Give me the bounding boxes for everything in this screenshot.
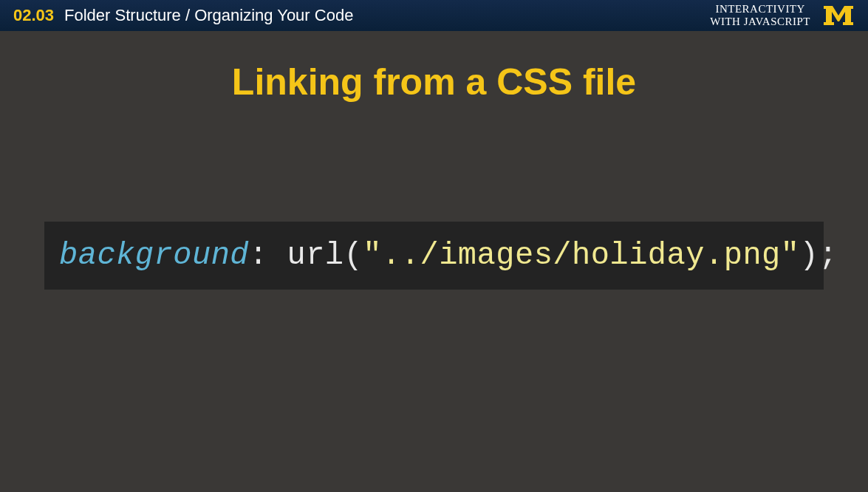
code-string: "../images/holiday.png" <box>363 238 799 273</box>
code-close-paren: ) <box>800 238 819 273</box>
lesson-number: 02.03 <box>13 6 54 25</box>
lesson-title: Folder Structure / Organizing Your Code <box>64 6 353 25</box>
header-bar: 02.03 Folder Structure / Organizing Your… <box>0 0 868 31</box>
code-open-paren: ( <box>344 238 363 273</box>
course-name-line1: INTERACTIVITY <box>710 3 810 16</box>
code-block: background: url("../images/holiday.png")… <box>44 222 824 290</box>
course-name: INTERACTIVITY WITH JAVASCRIPT <box>710 3 810 29</box>
code-semicolon: ; <box>819 238 838 273</box>
header-right: INTERACTIVITY WITH JAVASCRIPT <box>710 3 855 29</box>
course-name-line2: WITH JAVASCRIPT <box>710 16 810 28</box>
michigan-logo-icon <box>822 4 855 27</box>
slide-content: Linking from a CSS file background: url(… <box>0 31 868 312</box>
code-colon: : <box>249 238 287 273</box>
code-property: background <box>59 238 249 273</box>
code-function: url <box>287 238 344 273</box>
slide-title: Linking from a CSS file <box>44 61 824 103</box>
header-left: 02.03 Folder Structure / Organizing Your… <box>13 6 353 25</box>
